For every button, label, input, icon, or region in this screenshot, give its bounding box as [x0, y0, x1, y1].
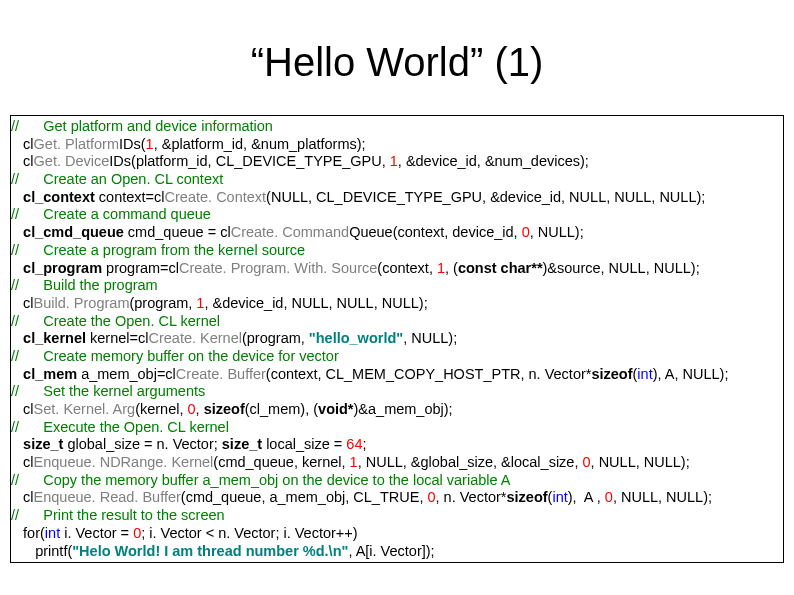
code-line: clGet. PlatformIDs(1, &platform_id, &num…	[11, 136, 783, 154]
code-line: // Create the Open. CL kernel	[11, 313, 783, 331]
code-line: // Set the kernel arguments	[11, 383, 783, 401]
code-line: // Create a command queue	[11, 206, 783, 224]
code-line: // Build the program	[11, 277, 783, 295]
code-line: clBuild. Program(program, 1, &device_id,…	[11, 295, 783, 313]
code-line: // Print the result to the screen	[11, 507, 783, 525]
slide-title: “Hello World” (1)	[0, 0, 794, 115]
code-line: // Create a program from the kernel sour…	[11, 242, 783, 260]
code-line: // Create an Open. CL context	[11, 171, 783, 189]
code-line: // Execute the Open. CL kernel	[11, 419, 783, 437]
code-line: // Get platform and device information	[11, 118, 783, 136]
code-line: cl_program program=clCreate. Program. Wi…	[11, 260, 783, 278]
code-line: printf("Helo World! I am thread number %…	[11, 543, 783, 561]
code-line: cl_cmd_queue cmd_queue = clCreate. Comma…	[11, 224, 783, 242]
code-block: // Get platform and device information c…	[10, 115, 784, 563]
code-line: cl_mem a_mem_obj=clCreate. Buffer(contex…	[11, 366, 783, 384]
code-line: // Create memory buffer on the device fo…	[11, 348, 783, 366]
code-line: for(int i. Vector = 0; i. Vector < n. Ve…	[11, 525, 783, 543]
code-line: clEnqueue. NDRange. Kernel(cmd_queue, ke…	[11, 454, 783, 472]
code-line: cl_kernel kernel=clCreate. Kernel(progra…	[11, 330, 783, 348]
code-line: size_t global_size = n. Vector; size_t l…	[11, 436, 783, 454]
slide: “Hello World” (1) // Get platform and de…	[0, 0, 794, 595]
code-line: clSet. Kernel. Arg(kernel, 0, sizeof(cl_…	[11, 401, 783, 419]
code-line: // Copy the memory buffer a_mem_obj on t…	[11, 472, 783, 490]
code-line: cl_context context=clCreate. Context(NUL…	[11, 189, 783, 207]
code-line: clEnqueue. Read. Buffer(cmd_queue, a_mem…	[11, 489, 783, 507]
code-line: clGet. DeviceIDs(platform_id, CL_DEVICE_…	[11, 153, 783, 171]
